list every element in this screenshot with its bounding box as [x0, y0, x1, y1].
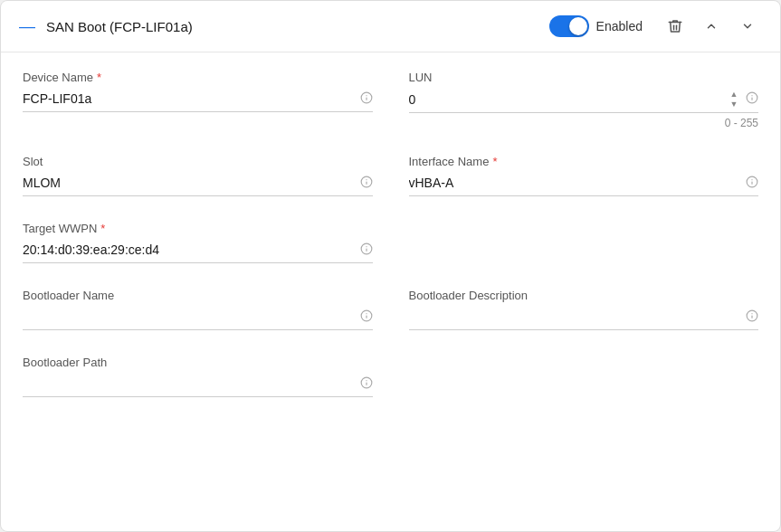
- toggle-label: Enabled: [596, 19, 643, 33]
- card-header: — SAN Boot (FCP-LIF01a) Enabled: [1, 1, 780, 52]
- field-bootloader-description: Bootloader Description: [409, 289, 759, 330]
- bootloader-name-input-wrap: [23, 308, 373, 330]
- header-actions: [661, 12, 762, 41]
- lun-input[interactable]: [409, 90, 729, 109]
- bootloader-path-label: Bootloader Path: [23, 356, 373, 369]
- bootloader-path-input[interactable]: [23, 375, 360, 393]
- move-up-button[interactable]: [697, 12, 726, 41]
- bootloader-name-input[interactable]: [23, 308, 360, 326]
- device-name-info-icon[interactable]: [360, 91, 373, 107]
- slot-label: Slot: [23, 155, 373, 168]
- target-wwpn-input[interactable]: [23, 241, 360, 259]
- slot-info-icon[interactable]: [360, 176, 373, 191]
- card-body: Device Name * LUN: [1, 52, 780, 441]
- row-bootloader-name-desc: Bootloader Name Bootloader Descripti: [23, 289, 758, 330]
- interface-name-input-wrap: [409, 174, 759, 196]
- toggle-container: Enabled: [549, 15, 643, 37]
- field-slot: Slot: [23, 155, 373, 196]
- slot-input-wrap: [23, 174, 373, 196]
- lun-decrement-button[interactable]: ▼: [728, 100, 740, 109]
- target-wwpn-label: Target WWPN *: [23, 222, 373, 235]
- bootloader-description-input-wrap: [409, 308, 759, 330]
- bootloader-description-info-icon[interactable]: [746, 309, 758, 325]
- lun-increment-button[interactable]: ▲: [728, 90, 740, 99]
- collapse-dash[interactable]: —: [19, 18, 35, 34]
- bootloader-path-info-icon[interactable]: [360, 376, 373, 392]
- lun-range-hint: 0 - 255: [409, 117, 759, 129]
- interface-name-input[interactable]: [409, 174, 747, 192]
- device-name-input-wrap: [23, 90, 373, 112]
- bootloader-description-input[interactable]: [409, 308, 747, 326]
- card-title: SAN Boot (FCP-LIF01a): [46, 19, 538, 34]
- field-lun: LUN ▲ ▼ 0 - 255: [409, 71, 759, 129]
- field-device-name: Device Name *: [23, 71, 373, 129]
- device-name-label: Device Name *: [23, 71, 373, 84]
- lun-label: LUN: [409, 71, 759, 84]
- lun-spinners: ▲ ▼: [728, 90, 740, 109]
- enabled-toggle[interactable]: [549, 15, 589, 37]
- target-wwpn-info-icon[interactable]: [360, 242, 373, 258]
- bootloader-name-info-icon[interactable]: [360, 309, 373, 325]
- lun-input-wrap: ▲ ▼: [409, 90, 759, 113]
- device-name-input[interactable]: [23, 90, 360, 108]
- bootloader-path-input-wrap: [23, 375, 373, 397]
- target-wwpn-input-wrap: [23, 241, 373, 263]
- row-bootloader-path: Bootloader Path: [23, 356, 758, 397]
- bootloader-name-label: Bootloader Name: [23, 289, 373, 302]
- row-device-lun: Device Name * LUN: [23, 71, 758, 129]
- row-target-wwpn: Target WWPN *: [23, 222, 758, 263]
- slot-input[interactable]: [23, 174, 360, 192]
- interface-name-info-icon[interactable]: [746, 176, 758, 191]
- field-bootloader-name: Bootloader Name: [23, 289, 373, 330]
- bootloader-description-label: Bootloader Description: [409, 289, 759, 302]
- move-down-button[interactable]: [733, 12, 762, 41]
- lun-info-icon[interactable]: [746, 91, 758, 108]
- field-target-wwpn: Target WWPN *: [23, 222, 373, 263]
- field-interface-name: Interface Name *: [409, 155, 759, 196]
- field-bootloader-path: Bootloader Path: [23, 356, 373, 397]
- interface-name-label: Interface Name *: [409, 155, 759, 168]
- san-boot-card: — SAN Boot (FCP-LIF01a) Enabled: [0, 0, 781, 532]
- row-slot-interface: Slot Interface Name *: [23, 155, 758, 196]
- delete-button[interactable]: [661, 12, 690, 41]
